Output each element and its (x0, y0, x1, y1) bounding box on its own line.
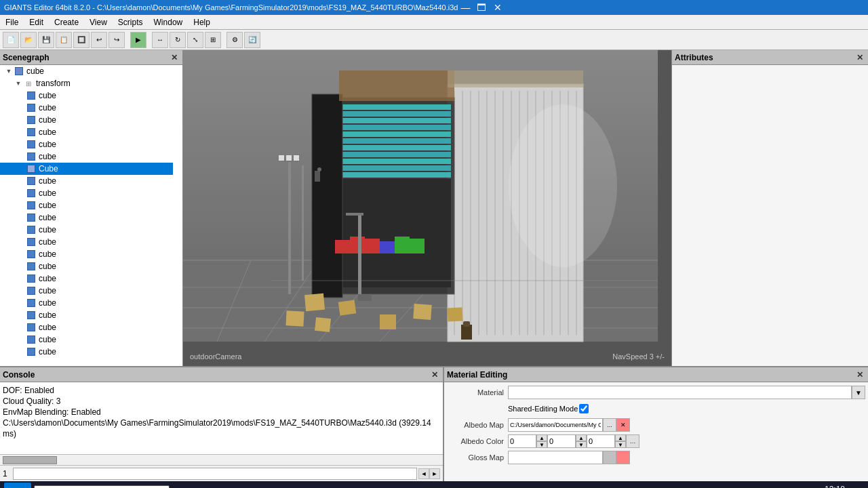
toolbar-move[interactable]: ↔ (152, 32, 168, 48)
console-scrollbar-thumb[interactable] (3, 456, 57, 464)
menu-edit[interactable]: Edit (24, 15, 49, 29)
gloss-map-btn1[interactable] (603, 451, 616, 464)
color-r-up[interactable]: ▲ (536, 434, 547, 441)
svg-rect-52 (335, 240, 350, 253)
tree-item-c5[interactable]: cube (0, 138, 173, 150)
menu-create[interactable]: Create (49, 15, 84, 29)
tree-item-c17[interactable]: cube (0, 285, 173, 297)
tree-item-c2[interactable]: cube (0, 102, 173, 114)
toolbar-new[interactable]: 📄 (3, 32, 19, 48)
toolbar-btn7[interactable]: ↪ (108, 32, 125, 48)
albedo-map-input[interactable] (508, 418, 603, 432)
tree-item-c12[interactable]: cube (0, 224, 173, 236)
tree-item-c3[interactable]: cube (0, 114, 173, 126)
gloss-map-btn2[interactable] (616, 451, 630, 464)
color-r-group: ▲ ▼ (508, 434, 547, 448)
toolbar-scale[interactable]: ⤡ (187, 32, 203, 48)
color-r-input[interactable] (508, 434, 536, 448)
tree-item-c6[interactable]: cube (0, 150, 173, 163)
tree-item-c19[interactable]: cube (0, 309, 173, 321)
taskbar-app-explorer[interactable]: 📁 (199, 483, 224, 488)
titlebar-title: GIANTS Editor 64bit 8.2.0 - C:\Users\dam… (4, 3, 458, 12)
material-input[interactable] (508, 386, 852, 399)
color-g-input[interactable] (547, 434, 576, 448)
console-scroll-right[interactable]: ► (429, 468, 440, 479)
gloss-map-input[interactable] (508, 451, 603, 464)
maximize-button[interactable]: 🗖 (474, 1, 489, 14)
menu-view[interactable]: View (84, 15, 113, 29)
taskbar-app-edge[interactable]: e (308, 483, 332, 488)
toolbar-snap[interactable]: ⊞ (205, 32, 221, 48)
taskbar-app-messenger[interactable]: 💬 (226, 483, 251, 488)
gloss-map-label: Gloss Map (447, 453, 508, 462)
menu-file[interactable]: File (0, 15, 24, 29)
attributes-close[interactable]: ✕ (854, 52, 865, 63)
color-g-down[interactable]: ▼ (576, 441, 587, 448)
material-dropdown-btn[interactable]: ▼ (852, 386, 865, 399)
minimize-button[interactable]: — (458, 1, 473, 14)
console-close[interactable]: ✕ (429, 369, 440, 380)
tree-item-c9[interactable]: cube (0, 187, 173, 199)
tree-item-c14[interactable]: cube (0, 248, 173, 260)
tree-item-c18[interactable]: cube (0, 297, 173, 309)
taskbar-app-cortana[interactable]: ⊙ (172, 483, 197, 488)
tree-item-c15[interactable]: cube (0, 260, 173, 272)
toolbar-save[interactable]: 💾 (38, 32, 54, 48)
taskbar-app-notes[interactable]: 📝 (362, 483, 387, 488)
tree-item-c22[interactable]: cube (0, 346, 173, 358)
console-line-2: Cloud Quality: 3 (3, 396, 440, 407)
tree-item-c21[interactable]: cube (0, 333, 173, 346)
cube-icon-c14 (26, 249, 37, 260)
toolbar-btn5[interactable]: 🔲 (73, 32, 90, 48)
toolbar-refresh[interactable]: 🔄 (244, 32, 260, 48)
tree-item-c4[interactable]: cube (0, 126, 173, 138)
tree-item-c13[interactable]: cube (0, 236, 173, 248)
material-close[interactable]: ✕ (854, 369, 865, 380)
console-line-4: C:\Users\damon\Documents\My Games\Farmin… (3, 418, 440, 439)
albedo-map-browse[interactable]: ... (603, 418, 616, 432)
color-picker-btn[interactable]: … (626, 434, 639, 448)
clock[interactable]: 12:18 18/12/2021 (804, 484, 845, 488)
console-input[interactable] (13, 468, 417, 480)
viewport[interactable]: outdoorCamera NavSpeed 3 +/- (183, 50, 671, 366)
taskbar-app-downloads[interactable]: ⬇ (335, 483, 359, 488)
console-scrollbar-h[interactable] (0, 454, 443, 465)
tree-item-c11[interactable]: cube (0, 211, 173, 224)
tree-item-root-cube[interactable]: ▼ cube (0, 65, 173, 77)
toolbar-settings[interactable]: ⚙ (226, 32, 243, 48)
color-r-down[interactable]: ▼ (536, 441, 547, 448)
toolbar-play[interactable]: ▶ (130, 32, 146, 48)
console-scroll-up[interactable]: ◄ (418, 468, 429, 479)
menu-scripts[interactable]: Scripts (113, 15, 149, 29)
search-bar[interactable]: 🔍 (34, 485, 170, 488)
tree-item-c20[interactable]: cube (0, 321, 173, 333)
scenegraph-close[interactable]: ✕ (169, 52, 180, 63)
shared-editing-checkbox[interactable] (579, 404, 589, 413)
tree-item-c1[interactable]: cube (0, 89, 173, 102)
cube-icon-c12 (26, 224, 37, 235)
tree-item-c16[interactable]: cube (0, 272, 173, 285)
color-g-up[interactable]: ▲ (576, 434, 587, 441)
cube-icon-c5 (26, 139, 37, 150)
close-button[interactable]: ✕ (490, 1, 505, 14)
menu-window[interactable]: Window (149, 15, 189, 29)
taskbar-app-chrome[interactable]: 🌐 (281, 483, 305, 488)
tree-item-c7[interactable]: Cube (0, 163, 173, 175)
color-b-down[interactable]: ▼ (615, 441, 626, 448)
color-b-input[interactable] (587, 434, 615, 448)
scenegraph-tree[interactable]: ▼ cube ▼ ⊞ transform cube cube cube cube… (0, 65, 182, 366)
svg-rect-51 (317, 167, 321, 171)
toolbar-btn6[interactable]: ↩ (91, 32, 107, 48)
tree-item-c10[interactable]: cube (0, 199, 173, 211)
color-b-up[interactable]: ▲ (615, 434, 626, 441)
toolbar-rotate[interactable]: ↻ (170, 32, 186, 48)
toolbar-open[interactable]: 📂 (20, 32, 37, 48)
tree-item-transform[interactable]: ▼ ⊞ transform (0, 77, 173, 89)
albedo-map-clear[interactable]: ✕ (616, 418, 630, 432)
toolbar-btn4[interactable]: 📋 (56, 32, 72, 48)
menu-help[interactable]: Help (188, 15, 216, 29)
start-button[interactable] (4, 483, 31, 488)
cube-icon-c9 (26, 188, 37, 199)
tree-item-c8[interactable]: cube (0, 175, 173, 187)
taskbar-app-steam[interactable]: ♟ (254, 483, 278, 488)
